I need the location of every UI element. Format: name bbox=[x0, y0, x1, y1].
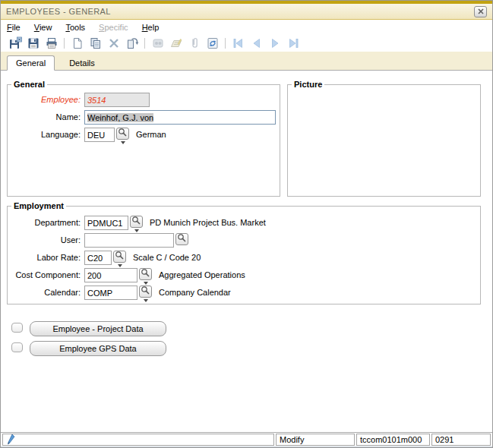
dropdown-arrow-icon[interactable] bbox=[118, 264, 122, 267]
window-title: EMPLOYEES - GENERAL bbox=[6, 7, 474, 16]
project-data-indicator bbox=[11, 323, 23, 333]
dropdown-arrow-icon[interactable] bbox=[144, 282, 148, 285]
tab-general[interactable]: General bbox=[7, 55, 55, 71]
magnifier-icon bbox=[141, 268, 150, 280]
toolbar-separator bbox=[144, 38, 145, 49]
note-icon bbox=[168, 36, 184, 51]
dropdown-arrow-icon[interactable] bbox=[144, 299, 148, 302]
employee-gps-data-button[interactable]: Employee GPS Data bbox=[30, 341, 166, 356]
department-description: PD Munich Project Bus. Market bbox=[150, 216, 266, 227]
labor-rate-description: Scale C / Code 20 bbox=[133, 251, 201, 262]
labor-rate-field[interactable]: C20 bbox=[84, 251, 112, 265]
group-general: General Employee: 3514 Name: Weinhof, G.… bbox=[7, 84, 280, 197]
group-picture-title: Picture bbox=[292, 80, 324, 89]
save-exit-icon[interactable] bbox=[7, 36, 23, 51]
menu-view[interactable]: View bbox=[34, 23, 52, 32]
status-message-segment bbox=[2, 434, 274, 446]
revert-icon[interactable] bbox=[124, 36, 140, 51]
first-record-icon bbox=[230, 36, 246, 51]
employee-field: 3514 bbox=[84, 93, 150, 107]
status-company-number: 0291 bbox=[431, 434, 491, 446]
department-label: Department: bbox=[8, 216, 81, 227]
attachment-icon bbox=[186, 36, 202, 51]
calendar-lookup-button[interactable] bbox=[139, 286, 152, 298]
magnifier-icon bbox=[141, 286, 150, 298]
refresh-icon[interactable] bbox=[204, 36, 220, 51]
status-bar: Modify tccom0101m000 0291 bbox=[1, 432, 492, 448]
user-field[interactable] bbox=[84, 233, 174, 248]
language-description: German bbox=[136, 128, 166, 139]
cost-component-description: Aggregated Operations bbox=[159, 268, 245, 279]
previous-record-icon bbox=[248, 36, 264, 51]
menu-tools[interactable]: Tools bbox=[65, 23, 85, 32]
toolbar-separator bbox=[225, 38, 226, 49]
tab-details[interactable]: Details bbox=[61, 56, 103, 70]
dropdown-arrow-icon[interactable] bbox=[134, 229, 139, 232]
print-icon[interactable] bbox=[43, 36, 59, 51]
toolbar bbox=[1, 35, 492, 52]
dropdown-arrow-icon[interactable] bbox=[121, 141, 125, 144]
last-record-icon bbox=[285, 36, 301, 51]
delete-icon[interactable] bbox=[106, 36, 122, 51]
menu-file[interactable]: File bbox=[7, 23, 21, 32]
menu-bar: File View Tools Specific Help bbox=[1, 20, 492, 35]
edit-pencil-icon bbox=[6, 434, 16, 446]
toolbar-separator bbox=[64, 38, 65, 49]
department-field[interactable]: PDMUC1 bbox=[84, 216, 128, 230]
group-picture: Picture bbox=[287, 84, 481, 197]
next-record-icon bbox=[267, 36, 283, 51]
magnifier-icon bbox=[131, 216, 141, 228]
copy-icon[interactable] bbox=[87, 36, 103, 51]
language-lookup-button[interactable] bbox=[116, 128, 129, 140]
menu-specific: Specific bbox=[99, 23, 128, 32]
labor-rate-label: Labor Rate: bbox=[8, 251, 81, 262]
new-record-icon[interactable] bbox=[69, 36, 85, 51]
group-employment-title: Employment bbox=[11, 201, 66, 210]
tab-strip: General Details bbox=[1, 52, 492, 71]
name-field[interactable]: Weinhof, G.J. von bbox=[84, 110, 276, 125]
close-icon bbox=[477, 6, 485, 17]
employee-project-data-button[interactable]: Employee - Project Data bbox=[30, 321, 166, 336]
magnifier-icon bbox=[118, 128, 128, 140]
calendar-label: Calendar: bbox=[8, 286, 81, 297]
language-label: Language: bbox=[8, 128, 81, 139]
user-lookup-button[interactable] bbox=[175, 233, 188, 245]
cost-component-field[interactable]: 200 bbox=[84, 268, 137, 282]
labor-rate-lookup-button[interactable] bbox=[113, 251, 126, 263]
employee-label: Employee: bbox=[8, 93, 81, 104]
group-general-title: General bbox=[11, 80, 47, 89]
cost-component-label: Cost Component: bbox=[8, 268, 81, 279]
find-icon bbox=[150, 36, 166, 51]
name-label: Name: bbox=[8, 110, 81, 121]
magnifier-icon bbox=[177, 233, 187, 245]
save-icon[interactable] bbox=[25, 36, 41, 51]
calendar-field[interactable]: COMP bbox=[84, 286, 137, 300]
group-employment: Employment Department: PDMUC1 PD Munich … bbox=[7, 206, 481, 304]
content-area: General Employee: 3514 Name: Weinhof, G.… bbox=[1, 71, 492, 432]
department-lookup-button[interactable] bbox=[130, 216, 143, 228]
title-bar: EMPLOYEES - GENERAL bbox=[1, 1, 492, 20]
close-button[interactable] bbox=[474, 6, 487, 17]
calendar-description: Company Calendar bbox=[159, 286, 231, 297]
magnifier-icon bbox=[115, 251, 125, 263]
language-field[interactable]: DEU bbox=[84, 128, 115, 142]
status-mode: Modify bbox=[276, 434, 355, 446]
cost-component-lookup-button[interactable] bbox=[139, 268, 152, 280]
menu-help[interactable]: Help bbox=[142, 23, 160, 32]
app-window: EMPLOYEES - GENERAL File View Tools Spec… bbox=[0, 0, 493, 448]
gps-data-indicator bbox=[11, 342, 23, 352]
user-label: User: bbox=[8, 233, 81, 245]
status-session-code: tccom0101m000 bbox=[356, 434, 430, 446]
